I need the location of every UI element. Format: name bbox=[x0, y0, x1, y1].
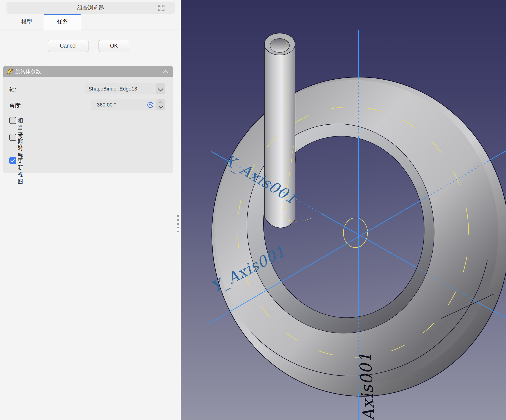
ok-button[interactable]: OK bbox=[99, 40, 129, 52]
axis-dropdown-value: ShapeBinder:Edge13 bbox=[88, 83, 137, 94]
viewport-3d[interactable]: X_Axis001 Y_Axis001 Z_Axis001 bbox=[181, 0, 506, 420]
axis-dropdown-button[interactable] bbox=[156, 83, 166, 94]
reversed-checkbox-label: 反转 bbox=[18, 134, 23, 148]
tab-bar: 模型 任务 bbox=[0, 14, 181, 29]
reversed-checkbox[interactable] bbox=[9, 134, 16, 141]
tab-tasks[interactable]: 任务 bbox=[44, 14, 81, 30]
axis-label: 轴: bbox=[9, 86, 16, 93]
group-title: 旋转体参数 bbox=[15, 66, 41, 77]
axis-dropdown[interactable]: ShapeBinder:Edge13 bbox=[85, 83, 166, 94]
expression-editor-icon[interactable] bbox=[147, 102, 153, 108]
panel-titlebar[interactable]: 组合浏览器 bbox=[7, 2, 175, 14]
revolve-icon bbox=[6, 68, 14, 75]
symmetric-checkbox[interactable] bbox=[9, 117, 16, 124]
angle-label: 角度: bbox=[9, 102, 21, 109]
collapse-chevron-icon[interactable] bbox=[163, 70, 168, 75]
spin-down-icon[interactable] bbox=[159, 104, 163, 108]
expand-icon[interactable] bbox=[158, 5, 165, 11]
panel-title: 组合浏览器 bbox=[7, 2, 175, 14]
update-view-checkbox[interactable] bbox=[9, 157, 16, 164]
cancel-button[interactable]: Cancel bbox=[48, 40, 89, 52]
tab-model[interactable]: 模型 bbox=[9, 14, 44, 29]
viewport-canvas[interactable]: X_Axis001 Y_Axis001 Z_Axis001 bbox=[181, 0, 506, 420]
angle-input[interactable]: 360.00 ° bbox=[91, 99, 156, 110]
update-view-checkbox-label: 更新视图 bbox=[18, 157, 23, 185]
combo-view-panel: 组合浏览器 模型 任务 Cancel OK 旋转体参数 轴: ShapeBind… bbox=[0, 0, 181, 420]
chevron-down-icon bbox=[158, 86, 163, 92]
tube-bore bbox=[270, 39, 289, 52]
angle-value: 360.00 ° bbox=[97, 99, 116, 110]
revolution-parameters-group: 旋转体参数 轴: ShapeBinder:Edge13 角度: 360.00 °… bbox=[3, 66, 173, 173]
group-header[interactable]: 旋转体参数 bbox=[3, 66, 173, 77]
splitter-handle[interactable] bbox=[177, 215, 179, 233]
angle-spinner[interactable] bbox=[156, 99, 166, 110]
